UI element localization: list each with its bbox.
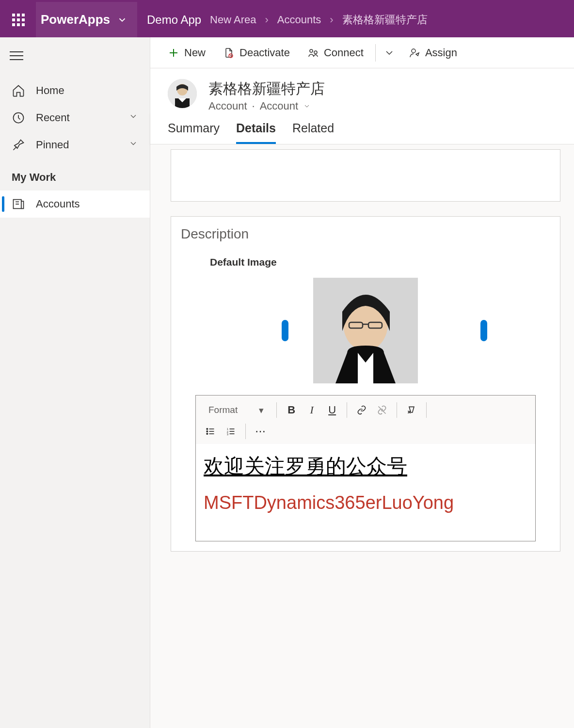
app-launcher-icon[interactable] bbox=[10, 11, 27, 29]
rich-text-editor[interactable]: Format ▾ B I U bbox=[195, 395, 536, 541]
cmd-label: New bbox=[184, 47, 206, 59]
breadcrumb-app[interactable]: Demo App bbox=[147, 13, 201, 27]
connect-dropdown[interactable] bbox=[379, 37, 400, 68]
chevron-down-icon bbox=[117, 15, 128, 25]
chevron-down-icon[interactable] bbox=[303, 102, 311, 110]
record-title: 素格格新疆特产店 bbox=[208, 79, 557, 99]
clock-icon bbox=[12, 111, 25, 125]
plus-icon bbox=[168, 47, 179, 59]
app-switcher[interactable]: PowerApps bbox=[36, 2, 137, 37]
section-title: Description bbox=[181, 226, 550, 242]
svg-point-5 bbox=[412, 49, 415, 53]
form-content: Description Default Image bbox=[150, 144, 574, 728]
svg-point-4 bbox=[314, 51, 317, 54]
chevron-right-icon: › bbox=[265, 14, 269, 26]
chevron-down-icon bbox=[383, 47, 395, 59]
sidebar-item-label: Recent bbox=[36, 111, 70, 124]
command-bar: New Deactivate Connect bbox=[150, 37, 574, 68]
rte-text: MSFTDynamics365erLuoYong bbox=[204, 492, 527, 513]
sidebar-section-label: My Work bbox=[0, 158, 150, 190]
sidebar-item-home[interactable]: Home bbox=[0, 77, 150, 104]
accounts-icon bbox=[12, 197, 25, 211]
svg-point-3 bbox=[310, 49, 313, 52]
bullet-list-button[interactable] bbox=[202, 423, 219, 440]
tab-details[interactable]: Details bbox=[236, 121, 276, 144]
tab-summary[interactable]: Summary bbox=[168, 121, 220, 144]
separator bbox=[375, 44, 376, 62]
sidebar: Home Recent Pinned My Work Accou bbox=[0, 37, 150, 728]
cmd-label: Assign bbox=[425, 47, 457, 59]
new-button[interactable]: New bbox=[159, 37, 214, 68]
svg-point-17 bbox=[207, 433, 208, 435]
chevron-down-icon bbox=[128, 111, 138, 124]
caret-down-icon: ▾ bbox=[259, 405, 264, 416]
home-icon bbox=[12, 84, 25, 97]
link-button[interactable] bbox=[353, 401, 370, 419]
svg-point-16 bbox=[207, 431, 208, 432]
empty-card bbox=[171, 149, 560, 202]
app-title: PowerApps bbox=[41, 12, 110, 27]
record-subtitle: Account · Account bbox=[208, 100, 557, 112]
cmd-label: Connect bbox=[324, 47, 364, 59]
connect-icon bbox=[307, 47, 319, 59]
nav-bar: PowerApps Demo App New Area › Accounts ›… bbox=[0, 2, 574, 37]
more-button[interactable]: ⋯ bbox=[252, 423, 269, 440]
rte-content[interactable]: 欢迎关注罗勇的公众号 MSFTDynamics365erLuoYong bbox=[196, 444, 535, 541]
hamburger-icon[interactable] bbox=[10, 46, 29, 65]
breadcrumb: Demo App New Area › Accounts › 素格格新疆特产店 bbox=[147, 13, 428, 27]
field-label: Default Image bbox=[210, 256, 550, 268]
resize-handle-left[interactable] bbox=[282, 320, 288, 341]
sidebar-item-label: Pinned bbox=[36, 139, 69, 151]
deactivate-button[interactable]: Deactivate bbox=[214, 37, 299, 68]
bold-button[interactable]: B bbox=[283, 401, 300, 419]
connect-button[interactable]: Connect bbox=[299, 37, 372, 68]
deactivate-icon bbox=[223, 47, 235, 59]
number-list-button[interactable]: 123 bbox=[222, 423, 239, 440]
pin-icon bbox=[12, 138, 25, 152]
tab-related[interactable]: Related bbox=[292, 121, 334, 144]
default-image[interactable] bbox=[313, 278, 418, 383]
breadcrumb-entity[interactable]: Accounts bbox=[277, 14, 321, 26]
sidebar-item-label: Home bbox=[36, 84, 64, 97]
avatar[interactable] bbox=[168, 79, 197, 108]
format-dropdown[interactable]: Format ▾ bbox=[202, 405, 271, 416]
sidebar-item-accounts[interactable]: Accounts bbox=[0, 190, 150, 218]
sidebar-item-label: Accounts bbox=[36, 198, 80, 210]
cmd-label: Deactivate bbox=[239, 47, 290, 59]
clear-format-button[interactable] bbox=[403, 401, 420, 419]
rte-heading: 欢迎关注罗勇的公众号 bbox=[204, 453, 527, 480]
svg-text:3: 3 bbox=[227, 433, 228, 436]
image-field[interactable] bbox=[181, 278, 550, 383]
italic-button[interactable]: I bbox=[303, 401, 320, 419]
chevron-right-icon: › bbox=[330, 14, 333, 26]
sidebar-item-recent[interactable]: Recent bbox=[0, 104, 150, 131]
record-header: 素格格新疆特产店 Account · Account bbox=[150, 68, 574, 112]
breadcrumb-record: 素格格新疆特产店 bbox=[342, 13, 428, 27]
resize-handle-right[interactable] bbox=[480, 320, 487, 341]
assign-icon bbox=[409, 47, 420, 59]
description-section: Description Default Image bbox=[171, 216, 560, 552]
chevron-down-icon bbox=[128, 139, 138, 151]
assign-button[interactable]: Assign bbox=[400, 37, 466, 68]
rte-toolbar: Format ▾ B I U bbox=[196, 396, 535, 444]
sidebar-item-pinned[interactable]: Pinned bbox=[0, 131, 150, 158]
unlink-button[interactable] bbox=[373, 401, 391, 419]
tabs: Summary Details Related bbox=[150, 112, 574, 144]
svg-point-15 bbox=[207, 428, 208, 430]
breadcrumb-area[interactable]: New Area bbox=[210, 14, 256, 26]
underline-button[interactable]: U bbox=[323, 401, 341, 419]
